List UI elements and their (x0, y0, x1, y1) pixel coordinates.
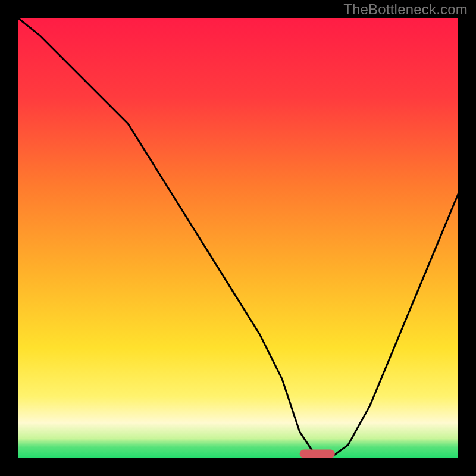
background-gradient (18, 18, 458, 458)
plot-svg (18, 18, 458, 458)
watermark-text: TheBottleneck.com (343, 1, 468, 18)
chart-container: TheBottleneck.com (0, 0, 476, 476)
optimal-range-marker (300, 450, 335, 458)
plot-area (18, 18, 458, 458)
